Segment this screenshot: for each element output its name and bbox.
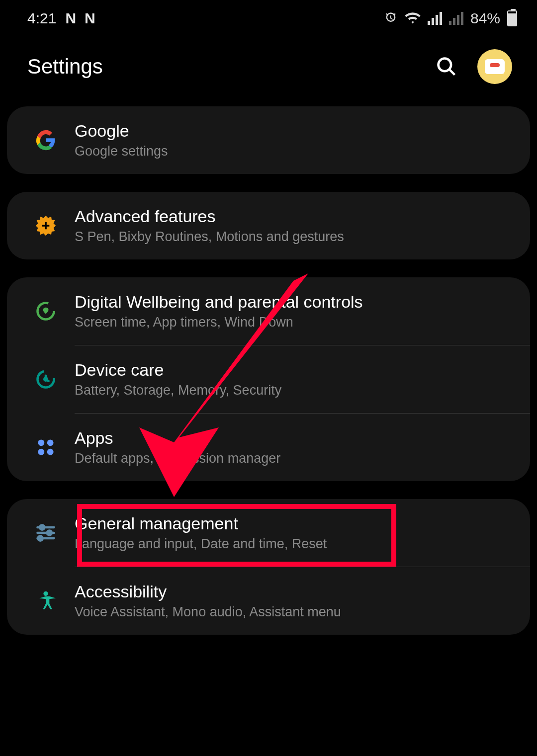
device-care-icon xyxy=(21,368,71,390)
wellbeing-icon xyxy=(21,300,71,322)
sliders-icon xyxy=(21,522,71,544)
settings-group: Digital Wellbeing and parental controls … xyxy=(7,277,530,481)
item-title: Apps xyxy=(75,428,510,448)
battery-percent: 84% xyxy=(470,10,500,27)
signal-1-icon xyxy=(428,12,442,25)
svg-point-15 xyxy=(43,591,48,596)
status-right: 84% xyxy=(384,10,517,27)
item-title: Google xyxy=(75,121,510,141)
item-title: Device care xyxy=(75,360,510,380)
settings-item-digital-wellbeing[interactable]: Digital Wellbeing and parental controls … xyxy=(7,277,530,345)
item-title: Advanced features xyxy=(75,207,510,226)
svg-point-12 xyxy=(47,530,52,535)
item-subtitle: Google settings xyxy=(75,144,510,159)
notification-app-icon: N xyxy=(65,10,76,27)
settings-list: Google Google settings Advanced features… xyxy=(0,106,537,635)
status-left: 4:21 N N xyxy=(27,10,95,27)
google-icon xyxy=(21,129,71,151)
svg-point-14 xyxy=(38,536,42,540)
item-subtitle: Default apps, Permission manager xyxy=(75,451,510,466)
settings-item-device-care[interactable]: Device care Battery, Storage, Memory, Se… xyxy=(7,345,530,413)
svg-point-7 xyxy=(38,449,44,455)
svg-point-10 xyxy=(40,525,44,529)
item-subtitle: S Pen, Bixby Routines, Motions and gestu… xyxy=(75,229,510,245)
profile-avatar[interactable] xyxy=(477,49,512,84)
settings-group: Advanced features S Pen, Bixby Routines,… xyxy=(7,192,530,259)
notification-app-icon: N xyxy=(85,10,95,27)
accessibility-person-icon xyxy=(21,590,71,612)
search-icon[interactable] xyxy=(436,56,457,78)
settings-group: General management Language and input, D… xyxy=(7,499,530,635)
settings-item-google[interactable]: Google Google settings xyxy=(7,106,530,174)
item-title: Digital Wellbeing and parental controls xyxy=(75,292,510,312)
header-actions xyxy=(436,49,512,84)
settings-item-general-management[interactable]: General management Language and input, D… xyxy=(7,499,530,567)
alarm-icon xyxy=(384,11,398,25)
item-subtitle: Battery, Storage, Memory, Security xyxy=(75,383,510,398)
item-subtitle: Screen time, App timers, Wind Down xyxy=(75,315,510,330)
item-title: Accessibility xyxy=(75,582,510,601)
page-title: Settings xyxy=(27,55,103,79)
svg-point-6 xyxy=(47,439,54,446)
settings-item-apps[interactable]: Apps Default apps, Permission manager xyxy=(7,414,530,481)
svg-point-0 xyxy=(439,59,451,72)
signal-2-icon xyxy=(449,12,463,25)
battery-icon xyxy=(507,10,517,26)
item-subtitle: Voice Assistant, Mono audio, Assistant m… xyxy=(75,604,510,620)
settings-item-accessibility[interactable]: Accessibility Voice Assistant, Mono audi… xyxy=(7,567,530,635)
app-header: Settings xyxy=(0,32,537,106)
status-time: 4:21 xyxy=(27,10,56,27)
item-subtitle: Language and input, Date and time, Reset xyxy=(75,536,510,552)
svg-point-5 xyxy=(38,439,44,446)
gear-plus-icon xyxy=(21,215,71,237)
svg-point-8 xyxy=(47,449,54,455)
settings-item-advanced-features[interactable]: Advanced features S Pen, Bixby Routines,… xyxy=(7,192,530,259)
svg-point-4 xyxy=(44,378,47,381)
item-title: General management xyxy=(75,514,510,533)
status-bar: 4:21 N N 84% xyxy=(0,0,537,32)
wifi-icon xyxy=(405,12,421,25)
apps-grid-icon xyxy=(21,436,71,458)
svg-line-1 xyxy=(449,70,455,75)
settings-group: Google Google settings xyxy=(7,106,530,174)
